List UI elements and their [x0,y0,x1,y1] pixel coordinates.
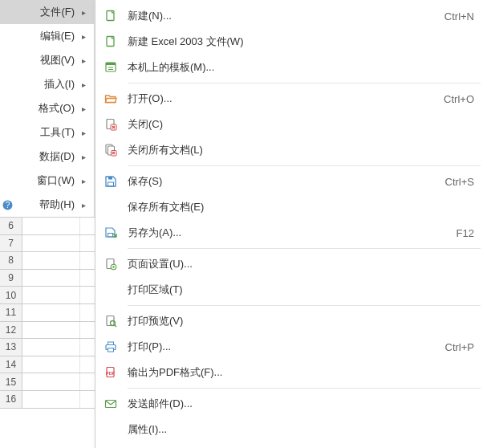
menubar-item[interactable]: 编辑(E)▸ [0,24,94,48]
menu-separator [128,83,481,83]
menu-item[interactable]: 关闭所有文档(L) [95,137,487,163]
menubar-item[interactable]: 格式(O)▸ [0,96,94,120]
row-header[interactable]: 16 [0,391,22,408]
menubar-item[interactable]: 数据(D)▸ [0,145,94,169]
cell[interactable] [22,287,80,303]
cell[interactable] [22,270,80,287]
menu-item[interactable]: 新建 Excel 2003 文件(W) [95,29,487,55]
menu-item-label: 关闭(C) [128,117,474,132]
menubar-item-label: 数据(D) [39,149,75,164]
menu-item[interactable]: 新建(N)...Ctrl+N [95,3,487,29]
send-mail-icon [102,396,120,412]
row-header[interactable]: 10 [0,287,22,303]
page-setup-icon [102,256,120,272]
menu-item-shortcut: F12 [457,227,474,239]
menu-item-label: 打印区域(T) [128,283,474,297]
row-header[interactable]: 6 [0,218,22,234]
open-folder-icon [102,91,120,107]
new-doc-icon [102,34,120,50]
menu-item-label: 输出为PDF格式(F)... [128,365,474,380]
chevron-right-icon: ▸ [79,128,87,137]
menu-item[interactable]: 文件加密(Y)... [95,442,487,448]
cell[interactable] [22,218,80,234]
menubar-item[interactable]: 视图(V)▸ [0,48,94,72]
row-header[interactable]: 12 [0,322,22,339]
menu-item-label: 保存所有文档(E) [128,200,474,214]
save-as-icon [102,225,120,241]
menu-item[interactable]: 属性(I)... [95,417,487,442]
menu-item[interactable]: 打印(P)...Ctrl+P [95,334,487,360]
chevron-right-icon: ▸ [79,177,87,185]
svg-rect-24 [108,348,114,352]
menu-item-label: 打开(O)... [128,92,444,106]
menu-item[interactable]: PDF输出为PDF格式(F)... [95,360,487,385]
menu-item-label: 打印预览(V) [128,314,474,328]
menu-item[interactable]: 打印预览(V) [95,308,487,334]
row-header[interactable]: 8 [0,252,22,269]
row-header[interactable]: 15 [0,373,22,390]
row-header[interactable]: 11 [0,304,22,321]
blank-icon [102,282,120,298]
chevron-right-icon: ▸ [79,32,87,41]
blank-icon [102,422,120,438]
menubar-item[interactable]: 插入(I)▸ [0,72,94,96]
menubar-item[interactable]: 文件(F)▸ [0,0,94,24]
menu-separator [128,388,481,389]
menu-item[interactable]: 保存所有文档(E) [95,194,487,220]
menubar-item-label: 文件(F) [40,5,75,19]
cell[interactable] [22,339,80,356]
menubar-item-label: 工具(T) [40,125,75,140]
close-all-icon [102,142,120,158]
menu-item[interactable]: 页面设置(U)... [95,251,487,277]
print-preview-icon [102,313,120,329]
cell[interactable] [22,235,80,252]
menu-item[interactable]: 发送邮件(D)... [95,391,487,417]
menu-item-shortcut: Ctrl+S [445,176,474,188]
menu-item-label: 属性(I)... [128,422,474,437]
menu-item-label: 页面设置(U)... [128,257,474,271]
cell[interactable] [22,391,80,408]
menubar-item-label: 帮助(H) [39,198,75,212]
menubar-item[interactable]: ?帮助(H)▸ [0,193,94,217]
menubar-item-label: 窗口(W) [37,173,75,188]
menu-item-label: 关闭所有文档(L) [128,143,474,157]
menubar-item-label: 格式(O) [39,101,75,116]
print-icon [102,339,120,355]
cell[interactable] [22,322,80,339]
row-header[interactable]: 13 [0,339,22,356]
svg-point-18 [112,266,114,267]
chevron-right-icon: ▸ [79,56,87,65]
svg-text:?: ? [5,201,10,210]
chevron-right-icon: ▸ [79,201,87,210]
row-header[interactable]: 9 [0,270,22,287]
chevron-right-icon: ▸ [79,104,87,113]
menu-item[interactable]: 保存(S)Ctrl+S [95,169,487,194]
cell[interactable] [22,304,80,321]
menu-separator [128,248,481,249]
menu-item-shortcut: Ctrl+P [445,341,474,353]
close-doc-icon [102,116,120,132]
menubar-item-label: 视图(V) [40,53,75,67]
menubar-item[interactable]: 工具(T)▸ [0,120,94,145]
row-header[interactable]: 7 [0,235,22,252]
menu-item[interactable]: 打印区域(T) [95,277,487,303]
menu-item[interactable]: 关闭(C) [95,112,487,137]
menu-item-label: 发送邮件(D)... [128,397,474,411]
menu-item-shortcut: Ctrl+O [444,93,474,105]
row-header[interactable]: 14 [0,356,22,373]
help-icon: ? [2,199,13,210]
cell[interactable] [22,356,80,373]
menu-item[interactable]: 另存为(A)...F12 [95,220,487,246]
svg-point-20 [111,321,116,326]
chevron-right-icon: ▸ [79,153,87,161]
menu-item[interactable]: 打开(O)...Ctrl+O [95,86,487,112]
menubar-item[interactable]: 窗口(W)▸ [0,169,94,193]
cell[interactable] [22,252,80,269]
cell[interactable] [22,373,80,390]
menu-item-label: 打印(P)... [128,340,445,354]
menu-item[interactable]: 本机上的模板(M)... [95,55,487,80]
menubar: 文件(F)▸编辑(E)▸视图(V)▸插入(I)▸格式(O)▸工具(T)▸数据(D… [0,0,95,217]
new-doc-icon [102,8,120,24]
menu-item-shortcut: Ctrl+N [444,10,474,22]
menubar-item-label: 编辑(E) [40,29,75,43]
